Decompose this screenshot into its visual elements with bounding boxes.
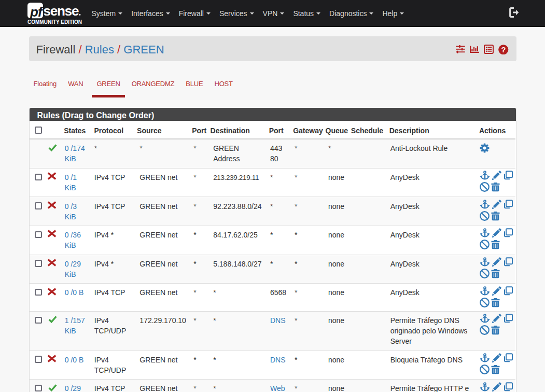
svg-text:pf: pf xyxy=(30,4,44,20)
svg-text:?: ? xyxy=(501,45,506,53)
svg-text:COMMUNITY EDITION: COMMUNITY EDITION xyxy=(27,19,82,25)
svg-text:sense: sense xyxy=(44,3,79,19)
